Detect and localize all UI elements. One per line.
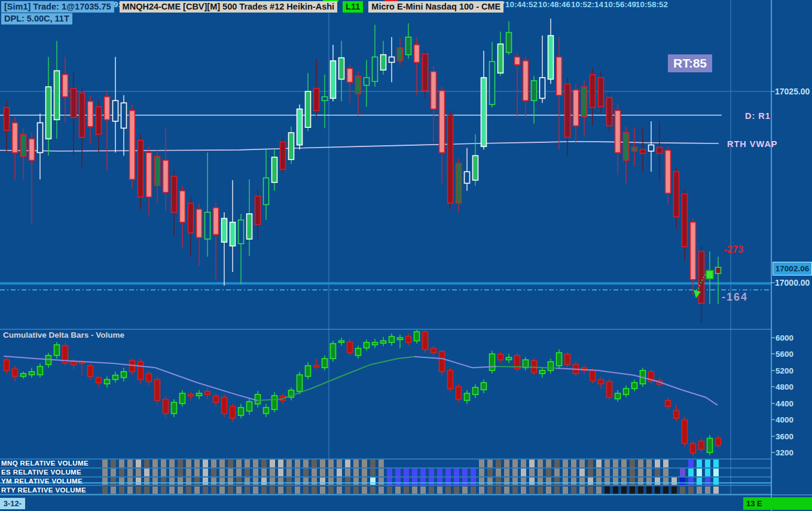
heatmap-cell bbox=[353, 478, 359, 485]
heatmap-cell bbox=[286, 478, 292, 485]
heatmap-cell bbox=[228, 469, 233, 476]
candle-body bbox=[573, 90, 579, 126]
heatmap-cell bbox=[546, 460, 551, 467]
heatmap-cell bbox=[186, 469, 191, 476]
time-tick-label: 10:52:14 bbox=[571, 0, 603, 9]
heatmap-cell bbox=[646, 460, 652, 467]
candle-body bbox=[456, 387, 462, 399]
heatmap-cell bbox=[211, 478, 216, 485]
candle-body bbox=[699, 441, 704, 449]
trading-platform-window: [Sim1] Trade: 1@17035.75MNQH24-CME [CBV]… bbox=[0, 0, 812, 511]
candle-body bbox=[439, 91, 445, 153]
heatmap-cell bbox=[194, 469, 200, 476]
candle-body bbox=[481, 383, 487, 390]
heatmap-cell bbox=[697, 478, 702, 485]
candle-body bbox=[473, 387, 478, 394]
heatmap-cell bbox=[605, 478, 610, 485]
candle-body bbox=[155, 157, 160, 186]
heatmap-cell bbox=[353, 460, 359, 467]
candle-body bbox=[188, 394, 194, 396]
candle-body bbox=[297, 109, 303, 145]
heatmap-cell bbox=[429, 478, 434, 485]
candle-body bbox=[406, 37, 411, 54]
heatmap-cell bbox=[178, 478, 183, 485]
heatmap-cell bbox=[378, 486, 384, 494]
heatmap-cell bbox=[337, 478, 342, 485]
heatmap-cell bbox=[228, 478, 233, 485]
candle-body bbox=[163, 399, 169, 414]
candle-body bbox=[29, 139, 35, 160]
delta-ma-line bbox=[414, 357, 496, 368]
candle-body bbox=[481, 78, 487, 146]
candle-body bbox=[71, 362, 77, 365]
heatmap-cell bbox=[705, 478, 710, 485]
heatmap-cell bbox=[178, 469, 183, 476]
candle-body bbox=[331, 344, 336, 359]
heatmap-cell bbox=[119, 486, 124, 494]
delta-tick-label: 5600 bbox=[776, 350, 793, 359]
heatmap-cell bbox=[504, 469, 509, 476]
candle-body bbox=[230, 222, 236, 246]
heatmap-cell bbox=[253, 478, 258, 485]
heatmap-cell bbox=[303, 486, 309, 494]
heatmap-cell bbox=[504, 460, 509, 467]
heatmap-cell bbox=[286, 460, 292, 467]
candle-body bbox=[255, 394, 261, 404]
heatmap-cell bbox=[219, 478, 225, 485]
heatmap-cell bbox=[353, 469, 359, 476]
heatmap-cell bbox=[663, 478, 668, 485]
heatmap-cell bbox=[630, 460, 635, 467]
heatmap-cell bbox=[621, 460, 627, 467]
heatmap-cell bbox=[680, 469, 685, 476]
candle-body bbox=[398, 48, 403, 61]
heatmap-cell bbox=[328, 478, 334, 485]
candle-body bbox=[649, 145, 654, 151]
candle-body bbox=[306, 91, 311, 127]
dpl-status-chip[interactable]: DPL: 5.00C, 11T bbox=[1, 13, 72, 25]
heatmap-cell bbox=[621, 478, 627, 485]
candle-body bbox=[230, 406, 236, 418]
candle-body bbox=[205, 212, 210, 239]
heatmap-cell bbox=[571, 486, 576, 494]
candle-body bbox=[247, 214, 252, 239]
heatmap-cell bbox=[152, 460, 158, 467]
header-chip-2[interactable]: L11 bbox=[343, 1, 363, 13]
heatmap-cell bbox=[378, 469, 384, 476]
heatmap-cell bbox=[387, 486, 392, 494]
heatmap-cell bbox=[320, 478, 325, 485]
heatmap-cell bbox=[487, 460, 493, 467]
delta-neg164-label: -164 bbox=[722, 291, 748, 304]
candle-body bbox=[423, 54, 428, 90]
heatmap-cell bbox=[471, 469, 476, 476]
chart-canvas[interactable] bbox=[0, 0, 812, 511]
candle-body bbox=[540, 371, 545, 374]
heatmap-cell bbox=[136, 460, 141, 467]
heatmap-cell bbox=[445, 486, 451, 494]
candle-body bbox=[331, 61, 336, 99]
heatmap-cell bbox=[596, 486, 602, 494]
heatmap-cell bbox=[420, 486, 426, 494]
heatmap-cell bbox=[713, 486, 719, 494]
candle-body bbox=[322, 97, 328, 100]
candle-body bbox=[188, 203, 194, 233]
delta-tick-label: 4000 bbox=[776, 415, 793, 424]
heatmap-cell bbox=[312, 478, 317, 485]
heatmap-cell bbox=[178, 460, 183, 467]
candle-body bbox=[46, 87, 51, 139]
heatmap-cell bbox=[362, 486, 367, 494]
header-chip-1[interactable]: MNQH24-CME [CBV][M] 500 Trades #12 Heiki… bbox=[120, 1, 338, 13]
heatmap-cell bbox=[378, 478, 384, 485]
heatmap-cell bbox=[211, 460, 216, 467]
delta-tick-label: 6000 bbox=[776, 333, 793, 342]
header-chip-3[interactable]: Micro E-Mini Nasdaq 100 - CME bbox=[368, 1, 503, 13]
heatmap-cell bbox=[236, 469, 242, 476]
heatmap-cell bbox=[119, 469, 124, 476]
header-chip-0[interactable]: [Sim1] Trade: 1@17035.75 bbox=[1, 1, 114, 13]
candle-body bbox=[674, 411, 679, 418]
heatmap-cell bbox=[445, 469, 451, 476]
heatmap-cell bbox=[521, 460, 526, 467]
heatmap-cell bbox=[705, 460, 710, 467]
heatmap-cell bbox=[102, 486, 108, 494]
heatmap-cell bbox=[697, 486, 702, 494]
heatmap-cell bbox=[169, 486, 175, 494]
